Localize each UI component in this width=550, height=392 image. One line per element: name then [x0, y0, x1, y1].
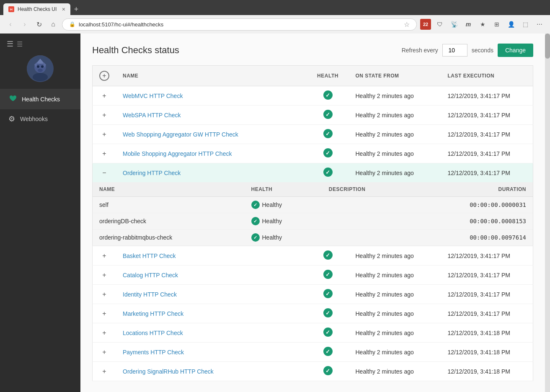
health-icon	[323, 168, 333, 177]
nested-health-text: Healthy	[262, 234, 282, 241]
check-name-link[interactable]: Identity HTTP Check	[123, 291, 177, 298]
scrollbar-thumb[interactable]	[545, 34, 550, 59]
health-cell	[307, 266, 349, 285]
collapse-button[interactable]: −	[99, 168, 109, 178]
forward-button[interactable]: ›	[19, 19, 30, 30]
on-state-column-header: ON STATE FROM	[349, 66, 441, 86]
last-execution-cell: 12/12/2019, 3:41:17 PM	[441, 285, 533, 304]
extension-icon-2[interactable]: 🛡	[434, 19, 445, 30]
expand-button[interactable]: +	[99, 91, 109, 101]
refresh-label: Refresh every	[402, 47, 438, 54]
health-checks-table: + NAME HEALTH ON STATE FROM LAST EXECUTI	[92, 65, 533, 381]
expand-button[interactable]: +	[99, 110, 109, 120]
sidebar: ☰ ☰ Health	[0, 34, 80, 392]
check-name-cell: Ordering HTTP Check	[116, 163, 307, 183]
tab-title: Health Checks UI	[18, 6, 59, 12]
nav-bar: ‹ › ↻ ⌂ 🔒 localhost:5107/hc-ui#/healthch…	[0, 15, 550, 34]
expand-cell: +	[93, 246, 116, 266]
expand-button[interactable]: +	[99, 328, 109, 338]
nested-duration-cell: 00:00:00.0008153	[410, 213, 533, 230]
scrollbar-track[interactable]	[545, 34, 550, 392]
health-icon	[323, 110, 333, 119]
nested-health-cell: Healthy	[245, 197, 322, 213]
expand-cell: +	[93, 266, 116, 285]
refresh-button[interactable]: ↻	[34, 19, 44, 30]
sidebar-item-label: Health Checks	[22, 96, 60, 103]
nested-description-cell	[322, 230, 410, 246]
check-name-link[interactable]: WebSPA HTTP Check	[123, 112, 181, 119]
webhooks-icon: ⚙	[8, 114, 15, 124]
nested-table: NAME HEALTH DESCRIPTION DURATION self He…	[93, 182, 533, 246]
extension-icon-3[interactable]: 📡	[449, 19, 460, 30]
add-check-button[interactable]: +	[99, 71, 109, 81]
health-icon	[323, 129, 333, 138]
extension-icon-6[interactable]: ⊞	[491, 19, 502, 30]
back-button[interactable]: ‹	[5, 19, 16, 30]
check-name-link[interactable]: Catalog HTTP Check	[123, 272, 178, 279]
user-icon[interactable]: 👤	[506, 19, 516, 30]
health-icon	[323, 148, 333, 157]
seconds-label: seconds	[472, 47, 493, 54]
expand-button[interactable]: +	[99, 289, 109, 299]
sidebar-item-health-checks[interactable]: Health Checks	[0, 89, 80, 109]
bookmark-icon[interactable]: ☆	[404, 21, 410, 28]
health-icon	[323, 347, 333, 356]
expand-button[interactable]: +	[99, 366, 109, 377]
nested-name-cell: orderingDB-check	[93, 213, 245, 230]
check-name-link[interactable]: WebMVC HTTP Check	[123, 93, 183, 99]
expand-button[interactable]: +	[99, 309, 109, 319]
more-options-button[interactable]: ⋯	[534, 19, 545, 30]
new-tab-button[interactable]: +	[70, 3, 82, 15]
cast-icon[interactable]: ⬚	[520, 19, 531, 30]
check-name-link[interactable]: Payments HTTP Check	[123, 349, 184, 356]
last-execution-cell: 12/12/2019, 3:41:17 PM	[441, 246, 533, 266]
extension-icon-1[interactable]: 22	[420, 19, 431, 30]
expand-button[interactable]: +	[99, 347, 109, 357]
expand-cell: −	[93, 163, 116, 183]
sidebar-item-label: Webhooks	[20, 116, 48, 122]
sidebar-item-webhooks[interactable]: ⚙ Webhooks	[0, 109, 80, 129]
check-name-cell: Web Shopping Aggregator GW HTTP Check	[116, 125, 307, 144]
check-name-link[interactable]: Locations HTTP Check	[123, 330, 183, 336]
nested-duration-header: DURATION	[410, 182, 533, 197]
nested-name-cell: ordering-rabbitmqbus-check	[93, 230, 245, 246]
table-row: + Payments HTTP Check Healthy 2 minutes …	[93, 343, 533, 362]
active-tab[interactable]: H Health Checks UI ×	[3, 3, 70, 15]
expand-button[interactable]: +	[99, 149, 109, 159]
home-button[interactable]: ⌂	[48, 19, 59, 30]
nested-health-text: Healthy	[262, 201, 282, 208]
address-bar[interactable]: 🔒 localhost:5107/hc-ui#/healthchecks ☆	[62, 18, 417, 31]
check-name-link[interactable]: Web Shopping Aggregator GW HTTP Check	[123, 131, 238, 138]
refresh-interval-input[interactable]	[442, 44, 467, 57]
expanded-section: NAME HEALTH DESCRIPTION DURATION self He…	[93, 182, 533, 246]
expand-button[interactable]: +	[99, 129, 109, 139]
expand-button[interactable]: +	[99, 270, 109, 280]
main-inner: Health Checks status Refresh every secon…	[80, 34, 545, 391]
svg-point-7	[41, 65, 44, 68]
tab-close-button[interactable]: ×	[62, 6, 65, 13]
nested-name-cell: self	[93, 197, 245, 213]
expand-button[interactable]: +	[99, 251, 109, 261]
last-execution-cell: 12/12/2019, 3:41:18 PM	[441, 343, 533, 362]
hamburger-menu-button[interactable]: ☰	[7, 39, 13, 49]
check-name-link[interactable]: Mobile Shopping Aggregator HTTP Check	[123, 150, 232, 157]
nested-health-cell: Healthy	[245, 213, 322, 230]
last-execution-column-header: LAST EXECUTION	[441, 66, 533, 86]
expand-cell: +	[93, 106, 116, 125]
health-icon	[323, 366, 333, 375]
nested-health-cell: Healthy	[245, 230, 322, 246]
main-content: Health Checks status Refresh every secon…	[80, 34, 545, 392]
nested-health-icon	[251, 217, 260, 225]
extension-icon-5[interactable]: ★	[477, 19, 488, 30]
check-name-link[interactable]: Basket HTTP Check	[123, 253, 176, 259]
avatar-image	[27, 55, 54, 82]
svg-point-8	[38, 69, 43, 72]
check-name-link[interactable]: Ordering SignalRHub HTTP Check	[123, 368, 214, 375]
expand-cell: +	[93, 144, 116, 163]
change-button[interactable]: Change	[498, 44, 533, 57]
table-row: + Ordering SignalRHub HTTP Check Healthy…	[93, 362, 533, 381]
on-state-cell: Healthy 2 minutes ago	[349, 285, 441, 304]
check-name-link[interactable]: Marketing HTTP Check	[123, 310, 183, 317]
extension-icon-4[interactable]: m	[463, 19, 474, 30]
check-name-link[interactable]: Ordering HTTP Check	[123, 170, 181, 176]
